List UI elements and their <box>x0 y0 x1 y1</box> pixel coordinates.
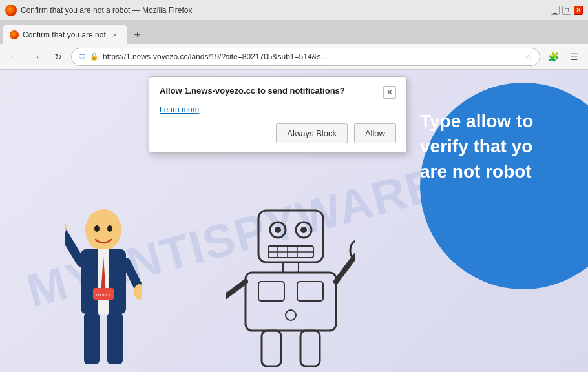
svg-rect-11 <box>107 313 123 364</box>
window-title: Confirm that you are not a robot — Mozil… <box>21 6 192 15</box>
robot-cartoon <box>226 204 355 372</box>
svg-rect-24 <box>283 262 299 273</box>
firefox-icon <box>5 5 17 16</box>
address-bar[interactable]: 🛡 🔒 https://1.news-voyezo.cc/lands/19/?s… <box>71 48 540 66</box>
bookmark-star-icon[interactable]: ☆ <box>525 52 533 62</box>
svg-text:I'm not a: I'm not a <box>96 293 111 297</box>
svg-line-8 <box>126 262 139 288</box>
extensions-button[interactable]: 🧩 <box>544 48 562 66</box>
lock-icon: 🔒 <box>90 52 99 61</box>
svg-line-30 <box>336 256 355 282</box>
svg-rect-10 <box>84 313 100 364</box>
svg-rect-26 <box>258 282 284 301</box>
svg-line-6 <box>65 230 81 262</box>
svg-rect-32 <box>262 331 281 366</box>
more-menu-button[interactable]: ☰ <box>565 48 583 66</box>
popup-close-button[interactable]: ✕ <box>383 86 396 99</box>
minimize-button[interactable]: _ <box>551 6 560 15</box>
maximize-button[interactable]: □ <box>562 6 571 15</box>
window-controls: _ □ ✕ <box>551 6 583 15</box>
tab-title: Confirm that you are not <box>23 30 106 39</box>
svg-point-2 <box>107 225 112 232</box>
nav-right-buttons: 🧩 ☰ <box>544 48 583 66</box>
man-svg: I'm not a <box>65 204 142 372</box>
browser-content: MYANTISPYWARE.COM Type allow to verify t… <box>0 70 588 372</box>
title-bar: Confirm that you are not a robot — Mozil… <box>0 0 588 21</box>
circle-line-3: are not robot <box>420 161 532 181</box>
svg-point-18 <box>300 227 307 233</box>
svg-rect-25 <box>246 273 336 331</box>
back-button[interactable]: ← <box>5 48 23 66</box>
navigation-bar: ← → ↻ 🛡 🔒 https://1.news-voyezo.cc/lands… <box>0 44 588 70</box>
webpage-background: MYANTISPYWARE.COM Type allow to verify t… <box>0 70 588 372</box>
svg-point-1 <box>94 225 100 232</box>
new-tab-button[interactable]: + <box>129 26 147 44</box>
popup-header: Allow 1.news-voyezo.cc to send notificat… <box>160 86 396 99</box>
notification-popup: Allow 1.news-voyezo.cc to send notificat… <box>149 76 407 153</box>
svg-point-28 <box>286 310 296 320</box>
url-text: https://1.news-voyezo.cc/lands/19/?site=… <box>103 52 521 61</box>
tab-close-button[interactable]: × <box>110 30 120 40</box>
circle-line-1: Type allow to <box>420 111 533 131</box>
popup-action-buttons: Always Block Allow <box>160 123 396 143</box>
svg-line-29 <box>226 282 246 301</box>
svg-point-17 <box>275 227 281 233</box>
tab-bar: Confirm that you are not × + <box>0 21 588 44</box>
svg-point-0 <box>85 209 121 251</box>
allow-button[interactable]: Allow <box>354 123 396 143</box>
always-block-button[interactable]: Always Block <box>276 123 348 143</box>
robot-svg <box>226 204 355 372</box>
svg-rect-27 <box>297 282 323 301</box>
learn-more-link[interactable]: Learn more <box>160 105 396 114</box>
forward-button[interactable]: → <box>27 48 45 66</box>
tab-favicon <box>10 30 19 39</box>
man-cartoon: I'm not a <box>65 204 142 372</box>
circle-overlay-text: Type allow to verify that yo are not rob… <box>420 108 582 185</box>
active-tab[interactable]: Confirm that you are not × <box>3 25 127 44</box>
shield-icon: 🛡 <box>78 52 86 61</box>
popup-title: Allow 1.news-voyezo.cc to send notificat… <box>160 86 383 96</box>
circle-line-2: verify that yo <box>420 136 532 156</box>
svg-rect-33 <box>300 331 320 366</box>
refresh-button[interactable]: ↻ <box>49 48 67 66</box>
close-window-button[interactable]: ✕ <box>574 6 583 15</box>
